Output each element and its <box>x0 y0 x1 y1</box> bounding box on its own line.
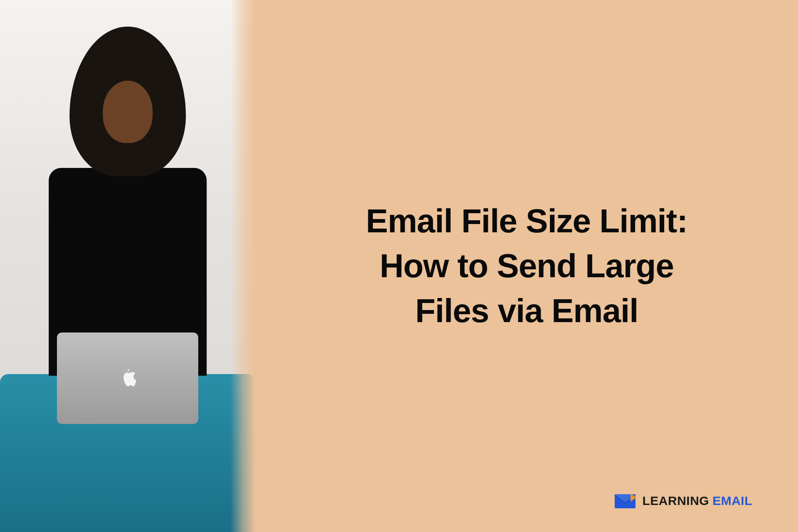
brand-word-email: EMAIL <box>712 494 752 508</box>
person-with-laptop-photo <box>0 0 255 532</box>
laptop <box>57 332 198 424</box>
brand-logo: LEARNING EMAIL <box>614 493 752 509</box>
content-panel: Email File Size Limit: How to Send Large… <box>255 0 798 532</box>
person-face <box>103 81 153 143</box>
envelope-svg <box>614 493 636 509</box>
person-silhouette <box>25 27 230 346</box>
blog-hero-banner: Email File Size Limit: How to Send Large… <box>0 0 798 532</box>
apple-logo-icon <box>119 368 136 388</box>
article-headline: Email File Size Limit: How to Send Large… <box>340 199 714 333</box>
envelope-icon <box>614 493 636 509</box>
brand-text: LEARNING EMAIL <box>642 494 752 508</box>
brand-word-learning: LEARNING <box>642 494 709 508</box>
photo-panel <box>0 0 255 532</box>
